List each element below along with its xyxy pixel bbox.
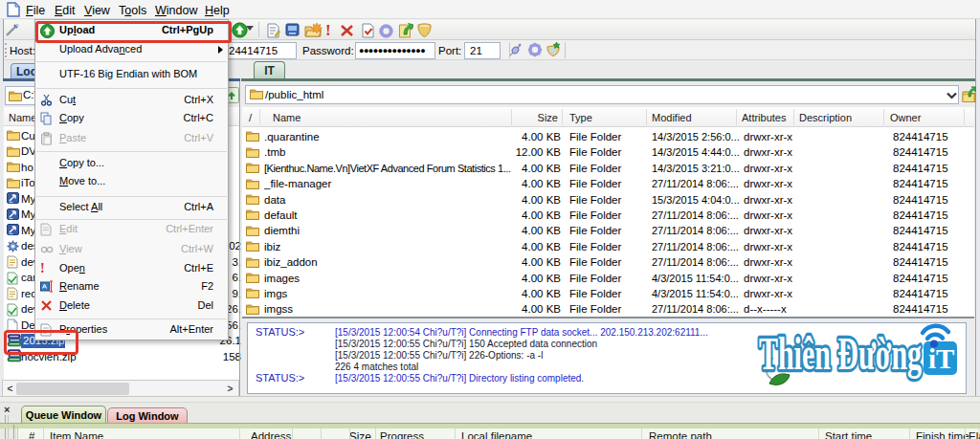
svg-text:iT: iT xyxy=(928,343,954,374)
svg-text:Thiên Đường: Thiên Đường xyxy=(759,328,922,379)
